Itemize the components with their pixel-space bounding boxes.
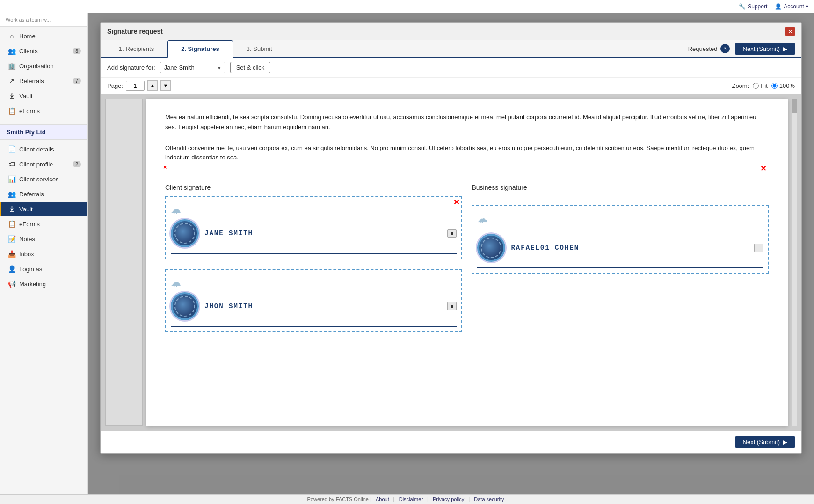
zoom-100-radio[interactable]: 100% bbox=[771, 82, 795, 89]
cloud-icon-2: ☁✕ bbox=[171, 276, 187, 288]
document-area[interactable]: Mea ea natum efficiendi, te sea scripta … bbox=[101, 94, 801, 431]
sidebar-item-client-details[interactable]: 📄 Client details bbox=[0, 142, 87, 157]
support-icon: 🔧 bbox=[739, 3, 746, 10]
business-sig-title: Business signature bbox=[472, 184, 769, 191]
modal-header: Signature request ✕ bbox=[101, 23, 801, 40]
modal-footer: Next (Submit) ▶ bbox=[101, 431, 801, 453]
main-content: Signature request ✕ 1. Recipients 2. Sig… bbox=[88, 13, 814, 504]
tab-submit[interactable]: 3. Submit bbox=[233, 40, 286, 58]
client-services-icon: 📊 bbox=[8, 175, 15, 183]
toolbar-left: Add signature for: Jane Smith Set & clic… bbox=[107, 62, 270, 73]
sig-tools-jane: ≡ bbox=[447, 229, 457, 238]
stamp-jane bbox=[171, 219, 199, 247]
page-up-button[interactable]: ▲ bbox=[147, 80, 158, 91]
top-bar: 🔧 Support 👤 Account ▾ bbox=[0, 0, 814, 13]
sidebar-item-clients[interactable]: 👥 Clients 3 bbox=[0, 43, 87, 58]
sig-line-rafael bbox=[477, 267, 763, 268]
sig-stamp-jhon: JHON SMITH ≡ bbox=[171, 292, 457, 320]
client-sig-title: Client signature bbox=[165, 184, 462, 191]
client-sig-column: Client signature ☁✕ bbox=[165, 184, 462, 332]
sidebar-item-client-services[interactable]: 📊 Client services bbox=[0, 172, 87, 187]
sig-box-rafael: ☁✕ RAFAEL01 COHEN bbox=[472, 205, 769, 274]
sidebar-item-client-vault[interactable]: 🗄 Vault bbox=[0, 202, 87, 216]
page-footer: Powered by FACTS Online | About | Discla… bbox=[0, 494, 814, 504]
remove-sig-rafael[interactable]: ✕ bbox=[760, 164, 766, 173]
arrow-right-icon: ▶ bbox=[783, 45, 787, 52]
sidebar-item-marketing[interactable]: 📢 Marketing bbox=[0, 276, 87, 291]
tab-signatures[interactable]: 2. Signatures bbox=[167, 40, 233, 58]
zoom-label: Zoom: bbox=[732, 82, 749, 89]
stamp-rafael bbox=[477, 234, 505, 262]
modal-tabs: 1. Recipients 2. Signatures 3. Submit Re… bbox=[101, 40, 801, 58]
zoom-controls: Zoom: Fit 100% bbox=[732, 82, 795, 89]
clients-icon: 👥 bbox=[8, 47, 15, 55]
sig-box-jane: ☁✕ JANE SMITH ≡ bbox=[165, 196, 462, 259]
sidebar-item-vault[interactable]: 🗄 Vault bbox=[0, 88, 87, 103]
page-down-button[interactable]: ▼ bbox=[160, 80, 171, 91]
footer-about[interactable]: About bbox=[376, 497, 389, 502]
client-eforms-icon: 📋 bbox=[8, 220, 15, 228]
set-click-button[interactable]: Set & click bbox=[230, 62, 271, 73]
login-as-icon: 👤 bbox=[8, 265, 15, 273]
sidebar-client-nav: 📄 Client details 🏷 Client profile 2 📊 Cl… bbox=[0, 140, 87, 293]
requested-badge: Requested 3 bbox=[688, 44, 730, 53]
eforms-icon: 📋 bbox=[8, 107, 15, 115]
footer-data[interactable]: Data security bbox=[474, 497, 504, 502]
sig-stamp-rafael: RAFAEL01 COHEN ≡ bbox=[477, 234, 763, 262]
client-profile-icon: 🏷 bbox=[8, 160, 15, 168]
client-referrals-icon: 👥 bbox=[8, 190, 15, 198]
sig-menu-jane[interactable]: ≡ bbox=[447, 229, 457, 238]
page-label: Page: bbox=[107, 82, 123, 89]
sidebar-item-referrals[interactable]: ↗ Referrals 7 bbox=[0, 73, 87, 88]
next-submit-button-top[interactable]: Next (Submit) ▶ bbox=[735, 43, 795, 55]
sig-menu-rafael[interactable]: ≡ bbox=[754, 244, 763, 252]
signature-request-modal: Signature request ✕ 1. Recipients 2. Sig… bbox=[100, 22, 802, 454]
cloud-icon-1: ☁✕ bbox=[171, 203, 187, 216]
zoom-fit-radio[interactable]: Fit bbox=[753, 82, 767, 89]
home-icon: ⌂ bbox=[8, 32, 15, 40]
sig-menu-jhon[interactable]: ≡ bbox=[447, 302, 457, 310]
sig-line-jane bbox=[171, 253, 457, 254]
remove-sig-jane[interactable]: ✕ bbox=[453, 198, 459, 207]
sidebar-item-login-as[interactable]: 👤 Login as bbox=[0, 261, 87, 276]
client-name: Smith Pty Ltd bbox=[0, 124, 87, 140]
cloud-icon-3: ☁✕ bbox=[477, 213, 493, 225]
footer-privacy[interactable]: Privacy policy bbox=[433, 497, 464, 502]
page-controls: Page: ▲ ▼ Zoom: Fit 100% bbox=[101, 78, 801, 94]
business-sig-column: Business signature ☁✕ bbox=[472, 184, 769, 332]
sig-person-select[interactable]: Jane Smith bbox=[160, 62, 225, 73]
notes-icon: 📝 bbox=[8, 235, 15, 243]
sidebar-item-home[interactable]: ⌂ Home bbox=[0, 29, 87, 43]
sidebar-item-eforms[interactable]: 📋 eForms bbox=[0, 103, 87, 118]
account-icon: 👤 bbox=[775, 3, 782, 10]
page-input[interactable] bbox=[126, 81, 145, 91]
marketing-icon: 📢 bbox=[8, 280, 15, 288]
sig-name-rafael: RAFAEL01 COHEN bbox=[511, 244, 579, 252]
signature-areas: Client signature ☁✕ bbox=[165, 184, 769, 332]
sig-name-jane: JANE SMITH bbox=[204, 230, 253, 237]
sig-stamp-jane: JANE SMITH ≡ bbox=[171, 219, 457, 247]
modal-overlay: Signature request ✕ 1. Recipients 2. Sig… bbox=[88, 13, 814, 504]
doc-paragraph-2: Offendit convenire mel te, usu veri corp… bbox=[165, 144, 769, 173]
sig-select-wrapper: Jane Smith bbox=[160, 62, 225, 73]
account-link[interactable]: 👤 Account ▾ bbox=[775, 3, 808, 10]
modal-toolbar: Add signature for: Jane Smith Set & clic… bbox=[101, 58, 801, 78]
doc-paragraph-1: Mea ea natum efficiendi, te sea scripta … bbox=[165, 113, 769, 132]
sidebar-item-organisation[interactable]: 🏢 Organisation bbox=[0, 58, 87, 73]
modal-title: Signature request bbox=[107, 28, 163, 35]
client-vault-icon: 🗄 bbox=[8, 205, 15, 213]
sidebar-item-client-profile[interactable]: 🏷 Client profile 2 bbox=[0, 157, 87, 172]
sidebar-item-client-referrals[interactable]: 👥 Referrals bbox=[0, 187, 87, 202]
sig-line-jhon bbox=[171, 326, 457, 327]
support-link[interactable]: 🔧 Support bbox=[739, 3, 767, 10]
add-sig-label: Add signature for: bbox=[107, 64, 155, 71]
doc-page: Mea ea natum efficiendi, te sea scripta … bbox=[146, 99, 788, 426]
sidebar-item-client-eforms[interactable]: 📋 eForms bbox=[0, 216, 87, 231]
tab-recipients[interactable]: 1. Recipients bbox=[105, 40, 167, 58]
sidebar-item-notes[interactable]: 📝 Notes bbox=[0, 231, 87, 246]
next-submit-button-bottom[interactable]: Next (Submit) ▶ bbox=[735, 436, 795, 448]
sig-box-jhon: ☁✕ JHON SMITH ≡ bbox=[165, 269, 462, 332]
modal-close-button[interactable]: ✕ bbox=[785, 27, 795, 36]
footer-disclaimer[interactable]: Disclaimer bbox=[399, 497, 423, 502]
sidebar-item-inbox[interactable]: 📥 Inbox bbox=[0, 246, 87, 261]
